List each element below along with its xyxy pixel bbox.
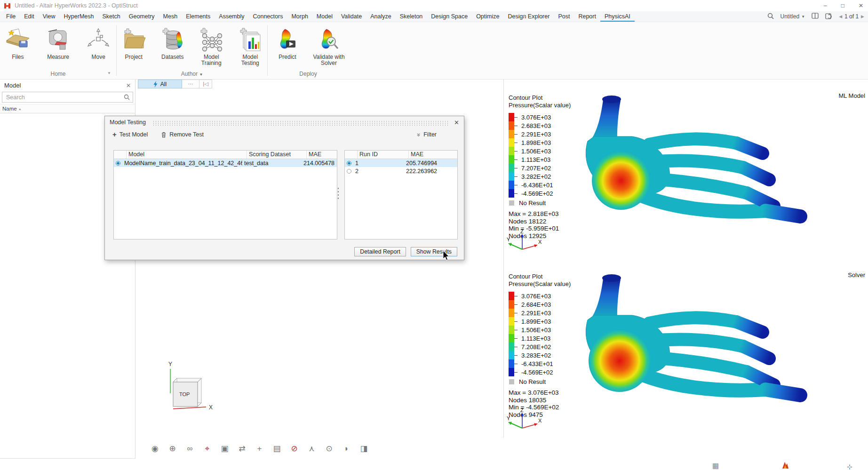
session-selector[interactable]: Untitled ▼ [780,13,805,20]
measure-icon[interactable]: + [254,443,265,454]
minimize-icon[interactable]: – [824,2,827,9]
run-table-row[interactable]: 2 222.263962 [345,167,457,175]
menubar-item[interactable]: Sketch [98,11,125,22]
page-history-icon[interactable] [825,13,832,21]
row-radio[interactable] [347,169,351,174]
menubar-item[interactable]: Skeleton [396,11,427,22]
menubar-item[interactable]: Design Explorer [503,11,554,22]
no-result-swatch [509,379,514,384]
datasets-tool[interactable]: Datasets [156,26,190,60]
show-results-button[interactable]: Show Results [411,247,457,256]
mae-column-header[interactable]: MAE [408,151,457,159]
window-title: Untitled - Altair HyperWorks 2022.3 - Op… [15,2,138,9]
add-ribbon-icon[interactable]: + [522,12,526,20]
menubar-item[interactable]: Mesh [159,11,182,22]
model-training-tool[interactable]: Model Training [194,26,229,66]
entity-filter-all-button[interactable]: All [138,80,182,88]
dialog-title-bar[interactable]: Model Testing ✕ [105,116,464,128]
menubar-item[interactable]: Validate [337,11,366,22]
filter-button[interactable]: » Filter [417,131,437,138]
legend-value: 1.898E+03 [521,139,551,146]
view-cube[interactable]: Y TOP X [164,358,219,414]
menubar-item[interactable]: Elements [182,11,215,22]
view-cube-face-label[interactable]: TOP [179,391,190,397]
triad-toggle-icon[interactable]: ⋏ [306,443,317,454]
validate-with-solver-tool[interactable]: Validate with Solver [311,26,347,66]
page-next-icon[interactable]: ▶ [861,14,864,19]
close-icon[interactable]: ✕ [859,2,863,9]
fit-view-icon[interactable]: ⌖ [202,443,213,454]
legend-tick [514,304,518,305]
measure-tool[interactable]: Measure [40,26,76,60]
model-table-row[interactable]: ModelName_train_data_23_04_11_12_42_46 t… [114,159,337,167]
search-entities-icon[interactable]: ∞ [184,443,195,454]
maximize-icon[interactable]: □ [841,2,844,9]
page-prev-icon[interactable]: ◀ [839,14,842,19]
move-tool[interactable]: Move [80,26,116,60]
model-column-header[interactable]: Model [126,151,247,159]
altair-flame-icon[interactable] [781,462,789,470]
run-id-column-header[interactable]: Run ID [357,151,408,159]
lock-view-icon[interactable]: ◨ [358,443,369,454]
legend-color-swatch [509,147,514,155]
search-input[interactable] [5,94,124,101]
entity-more-button[interactable]: ⋯ [182,80,199,88]
screen-capture-icon[interactable]: ▣ [219,443,230,454]
zoom-selection-icon[interactable]: ⊙ [324,443,334,454]
menubar-item[interactable]: Connectors [248,11,287,22]
menubar-item[interactable]: View [39,11,60,22]
panel-close-icon[interactable]: ✕ [126,82,131,89]
page-layout-icon[interactable] [812,13,819,20]
dialog-close-icon[interactable]: ✕ [454,119,459,126]
run-table-row[interactable]: 1 205.746994 [345,159,457,167]
mae-column-header[interactable]: MAE [306,151,337,159]
ml-contour-model[interactable] [557,90,812,227]
legend-color-swatch [509,121,514,130]
spherical-view-icon[interactable]: ⊕ [167,443,178,454]
test-model-button[interactable]: + Test Model [112,131,148,138]
ribbon-group-deploy: Predict Validate with Solver Deploy [268,22,349,79]
collapse-toolbar-button[interactable]: |◁ [199,80,212,88]
project-tool[interactable]: Project [117,26,151,60]
name-column-header[interactable]: Name ▲ [0,104,135,113]
dynamic-view-icon[interactable]: ◉ [150,443,160,454]
hide-graphics-icon[interactable]: ⊘ [289,443,300,454]
search-icon[interactable] [767,13,774,21]
menubar-item[interactable]: Analyze [366,11,395,22]
predict-tool[interactable]: Predict [269,26,306,60]
files-tool[interactable]: Files [0,26,36,60]
row-radio[interactable] [347,161,351,166]
menubar-item[interactable]: File [2,11,20,22]
menubar-item[interactable]: HyperMesh [60,11,98,22]
model-testing-tool[interactable]: Model Testing [233,26,268,66]
menubar-item[interactable]: Report [574,11,600,22]
menubar-item[interactable]: Optimize [472,11,503,22]
viewport-divider[interactable] [503,80,504,438]
scoring-dataset-cell: test_data [242,160,302,167]
menubar-item[interactable]: Edit [20,11,39,22]
menubar-item[interactable]: Morph [287,11,312,22]
mae-cell: 205.746994 [404,160,457,167]
scoring-dataset-column-header[interactable]: Scoring Dataset [247,151,306,159]
move-model-icon[interactable]: ⇄ [237,443,247,454]
table-splitter-handle[interactable] [337,187,340,201]
chevron-down-icon[interactable]: ▼ [199,72,203,77]
menubar-item[interactable]: Design Space [427,11,472,22]
menubar-item[interactable]: PhysicsAI [600,11,635,22]
solver-contour-model[interactable] [557,269,812,406]
graphics-window-icon[interactable]: ▦ [712,462,719,470]
section-cut-icon[interactable]: ◗ [341,443,352,454]
menubar-item[interactable]: Geometry [125,11,159,22]
detailed-report-button[interactable]: Detailed Report [354,247,406,256]
menubar-item[interactable]: Post [554,11,574,22]
drag-handle[interactable] [152,120,449,126]
menubar-item[interactable]: Assembly [215,11,248,22]
remove-test-button[interactable]: Remove Test [161,131,204,138]
menubar-item[interactable]: Model [312,11,337,22]
pan-view-icon[interactable]: ⊹ [847,463,852,470]
legend-color-swatch [509,292,514,300]
row-radio[interactable] [116,161,120,166]
validate-with-solver-label: Validate with Solver [311,54,347,66]
legend-tick [514,185,518,185]
legend-display-icon[interactable]: ▤ [271,443,282,454]
